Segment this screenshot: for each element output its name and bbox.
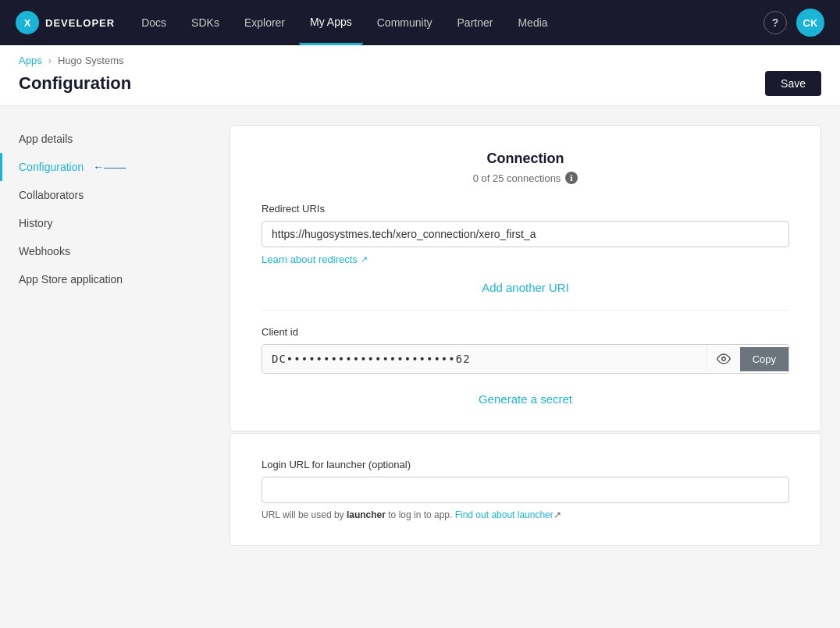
nav-my-apps[interactable]: My Apps <box>299 0 363 45</box>
breadcrumb-apps-link[interactable]: Apps <box>19 55 42 66</box>
login-url-input[interactable] <box>262 477 789 503</box>
redirect-link-container: Learn about redirects ↗ <box>262 254 789 265</box>
client-id-value: DC•••••••••••••••••••••••62 <box>262 345 707 373</box>
connection-card: Connection 0 of 25 connections ℹ Redirec… <box>230 125 821 431</box>
info-icon[interactable]: ℹ <box>565 172 578 184</box>
page-title-row: Configuration Save <box>19 71 821 105</box>
find-out-launcher-link[interactable]: Find out about launcher <box>455 509 553 520</box>
save-button[interactable]: Save <box>765 71 821 96</box>
sidebar-item-configuration[interactable]: Configuration ←—— <box>0 153 211 181</box>
xero-logo: X <box>16 11 39 34</box>
redirect-uris-label: Redirect URIs <box>262 203 789 215</box>
toggle-visibility-button[interactable] <box>707 346 740 372</box>
sidebar-item-app-store[interactable]: App Store application <box>0 265 211 293</box>
avatar[interactable]: CK <box>796 9 824 37</box>
help-button[interactable]: ? <box>763 11 787 34</box>
sidebar-item-collaborators[interactable]: Collaborators <box>0 181 211 209</box>
top-navigation: X DEVELOPER Docs SDKs Explorer My Apps C… <box>0 0 840 45</box>
login-url-label: Login URL for launcher (optional) <box>262 459 789 470</box>
nav-partner[interactable]: Partner <box>447 0 504 45</box>
client-id-field: DC•••••••••••••••••••••••62 Copy <box>262 344 789 374</box>
nav-explorer[interactable]: Explorer <box>233 0 296 45</box>
nav-sdks[interactable]: SDKs <box>180 0 230 45</box>
nav-right: ? CK <box>763 9 824 37</box>
generate-secret-button[interactable]: Generate a secret <box>479 392 572 406</box>
sidebar-item-webhooks[interactable]: Webhooks <box>0 237 211 265</box>
content-area: Connection 0 of 25 connections ℹ Redirec… <box>211 106 840 628</box>
divider <box>262 310 789 310</box>
developer-label: DEVELOPER <box>45 17 115 29</box>
external-link-icon: ↗ <box>361 254 368 264</box>
eye-icon <box>717 352 731 366</box>
sidebar-item-history[interactable]: History <box>0 209 211 237</box>
page-title: Configuration <box>19 73 131 94</box>
launcher-ext-icon: ↗ <box>553 509 561 520</box>
logo-area[interactable]: X DEVELOPER <box>16 11 115 34</box>
sidebar-item-app-details[interactable]: App details <box>0 125 211 153</box>
nav-community[interactable]: Community <box>366 0 443 45</box>
add-another-uri-button[interactable]: Add another URI <box>482 281 569 294</box>
client-id-label: Client id <box>262 326 789 338</box>
redirect-uri-input[interactable] <box>262 221 789 247</box>
main-layout: App details Configuration ←—— Collaborat… <box>0 106 840 628</box>
launcher-note: URL will be used by launcher to log in t… <box>262 509 789 520</box>
connections-count: 0 of 25 connections <box>473 172 561 184</box>
breadcrumb-separator: › <box>48 55 52 66</box>
page-header: Apps › Hugo Systems Configuration Save <box>0 45 840 106</box>
nav-media[interactable]: Media <box>507 0 558 45</box>
nav-docs[interactable]: Docs <box>130 0 177 45</box>
breadcrumb-current: Hugo Systems <box>58 55 124 66</box>
learn-redirects-link[interactable]: Learn about redirects <box>262 254 358 265</box>
sidebar-arrow-icon: ←—— <box>93 161 126 173</box>
copy-button[interactable]: Copy <box>740 347 788 371</box>
connection-title: Connection <box>262 151 789 167</box>
connections-info: 0 of 25 connections ℹ <box>262 172 789 184</box>
breadcrumb: Apps › Hugo Systems <box>19 55 821 66</box>
launcher-card: Login URL for launcher (optional) URL wi… <box>230 433 821 546</box>
sidebar: App details Configuration ←—— Collaborat… <box>0 106 211 628</box>
svg-point-0 <box>721 357 725 361</box>
